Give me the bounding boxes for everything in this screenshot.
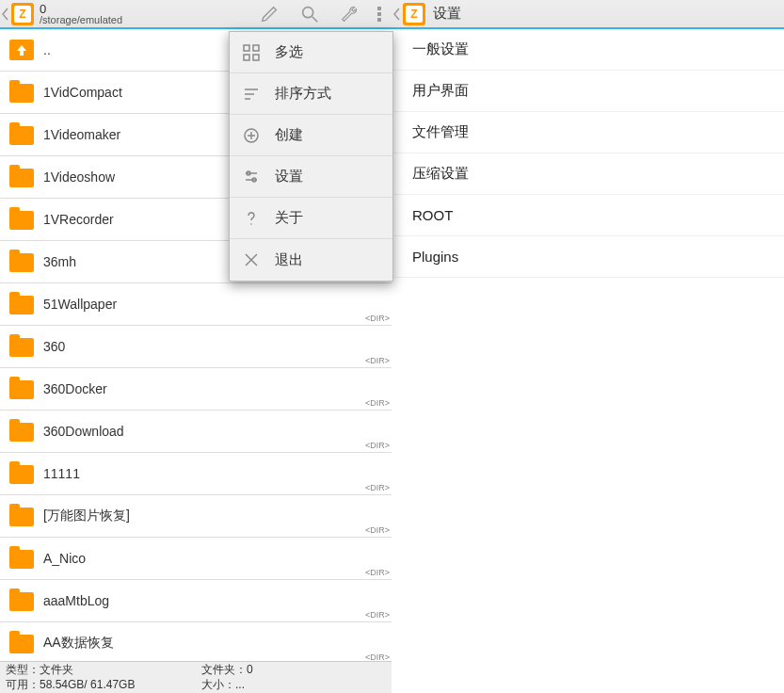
- app-logo-icon[interactable]: Z: [11, 3, 34, 25]
- folder-name: AA数据恢复: [43, 635, 114, 652]
- svg-point-19: [250, 223, 252, 225]
- left-toolbar: Z 0 /storage/emulated: [0, 0, 392, 29]
- folder-row[interactable]: 11111<DIR>: [0, 453, 392, 495]
- folder-name: aaaMtbLog: [43, 593, 109, 608]
- settings-item-label: 压缩设置: [412, 165, 469, 183]
- menu-item-label: 排序方式: [275, 85, 331, 103]
- dir-tag: <DIR>: [365, 398, 390, 408]
- settings-list: 一般设置用户界面文件管理压缩设置ROOTPlugins: [392, 29, 784, 693]
- overflow-menu-icon[interactable]: [369, 5, 390, 24]
- folder-icon: [9, 508, 34, 526]
- folder-row[interactable]: 360Docker<DIR>: [0, 368, 392, 411]
- menu-item-sort[interactable]: 排序方式: [230, 73, 392, 115]
- svg-rect-6: [253, 45, 259, 51]
- search-icon[interactable]: [290, 0, 329, 27]
- title-top: 0: [40, 3, 122, 15]
- settings-pane: Z 设置 一般设置用户界面文件管理压缩设置ROOTPlugins: [392, 0, 784, 693]
- folder-icon: [9, 253, 34, 272]
- folder-icon: [9, 550, 34, 569]
- folder-row[interactable]: 360Download<DIR>: [0, 411, 392, 453]
- wrench-icon[interactable]: [329, 0, 369, 27]
- svg-rect-4: [377, 18, 381, 22]
- folder-name: 1Videomaker: [43, 127, 120, 142]
- settings-item[interactable]: 压缩设置: [392, 153, 784, 195]
- folder-row[interactable]: [万能图片恢复]<DIR>: [0, 495, 392, 538]
- back-chevron-icon[interactable]: [393, 0, 403, 27]
- settings-item[interactable]: Plugins: [392, 236, 784, 278]
- menu-item-grid[interactable]: 多选: [230, 32, 392, 73]
- folder-name: 1Videoshow: [43, 169, 115, 185]
- folder-icon: [9, 84, 34, 103]
- folder-row[interactable]: A_Nico<DIR>: [0, 538, 392, 580]
- up-arrow-icon: [9, 40, 34, 60]
- folder-icon: [9, 465, 34, 484]
- question-icon: [241, 208, 262, 229]
- folder-icon: [9, 635, 34, 653]
- folder-name: 1VRecorder: [43, 212, 114, 227]
- folder-icon: [9, 169, 34, 187]
- dir-tag: <DIR>: [365, 610, 390, 620]
- folder-name: 51Wallpaper: [43, 297, 117, 312]
- footer-type-value: 文件夹: [40, 663, 73, 676]
- folder-icon: [9, 592, 34, 611]
- menu-item-label: 设置: [275, 168, 303, 185]
- folder-row[interactable]: 51Wallpaper<DIR>: [0, 283, 392, 326]
- settings-item[interactable]: 文件管理: [392, 112, 784, 153]
- app-logo-icon[interactable]: Z: [403, 3, 425, 25]
- grid-icon: [241, 42, 262, 63]
- svg-rect-8: [253, 55, 259, 60]
- title-bottom: /storage/emulated: [40, 15, 122, 25]
- settings-item-label: 用户界面: [412, 82, 469, 100]
- status-footer: 类型：文件夹 可用：58.54GB/ 61.47GB 文件夹：0 大小：...: [0, 661, 392, 693]
- plus-icon: [241, 125, 262, 146]
- overflow-menu: 多选排序方式创建设置关于退出: [229, 31, 393, 282]
- folder-name: 11111: [43, 466, 80, 481]
- folder-icon: [9, 211, 34, 230]
- menu-item-plus[interactable]: 创建: [230, 115, 392, 156]
- folder-name: 36mh: [43, 254, 76, 269]
- sort-icon: [241, 84, 262, 105]
- settings-item[interactable]: 一般设置: [392, 29, 784, 71]
- menu-item-sliders[interactable]: 设置: [230, 156, 392, 198]
- settings-item-label: 一般设置: [412, 40, 469, 58]
- svg-line-1: [312, 16, 318, 22]
- up-folder-label: ..: [43, 42, 51, 57]
- dir-tag: <DIR>: [365, 356, 390, 365]
- menu-item-label: 退出: [275, 251, 303, 269]
- settings-item-label: 文件管理: [412, 123, 469, 141]
- menu-item-label: 多选: [275, 43, 303, 61]
- dir-tag: <DIR>: [365, 441, 390, 450]
- folder-name: 360Download: [43, 424, 124, 439]
- edit-icon[interactable]: [250, 0, 290, 27]
- folder-row[interactable]: AA数据恢复<DIR>: [0, 622, 392, 661]
- folder-icon: [9, 338, 34, 357]
- settings-item[interactable]: 用户界面: [392, 71, 784, 112]
- settings-item-label: ROOT: [412, 207, 453, 223]
- folder-name: [万能图片恢复]: [43, 508, 130, 524]
- svg-point-0: [303, 7, 313, 17]
- settings-item-label: Plugins: [412, 249, 458, 265]
- folder-name: 360: [43, 339, 65, 354]
- footer-size-label: 大小：: [201, 678, 235, 691]
- folder-icon: [9, 126, 34, 145]
- folder-icon: [9, 380, 34, 399]
- menu-item-question[interactable]: 关于: [230, 198, 392, 239]
- dir-tag: <DIR>: [365, 568, 390, 577]
- menu-item-label: 关于: [275, 209, 303, 227]
- folder-name: 360Docker: [43, 381, 107, 396]
- folder-row[interactable]: 360<DIR>: [0, 326, 392, 368]
- folder-name: A_Nico: [43, 551, 86, 566]
- footer-avail-value: 58.54GB/ 61.47GB: [40, 678, 135, 691]
- folder-icon: [9, 423, 34, 442]
- folder-row[interactable]: aaaMtbLog<DIR>: [0, 580, 392, 622]
- x-icon: [241, 250, 262, 270]
- svg-rect-2: [377, 7, 381, 10]
- back-chevron-icon[interactable]: [2, 0, 11, 27]
- footer-avail-label: 可用：: [6, 678, 40, 691]
- path-title[interactable]: 0 /storage/emulated: [40, 3, 122, 25]
- settings-item[interactable]: ROOT: [392, 195, 784, 236]
- menu-item-x[interactable]: 退出: [230, 239, 392, 281]
- folder-icon: [9, 296, 34, 314]
- dir-tag: <DIR>: [365, 483, 390, 492]
- folder-name: 1VidCompact: [43, 85, 122, 100]
